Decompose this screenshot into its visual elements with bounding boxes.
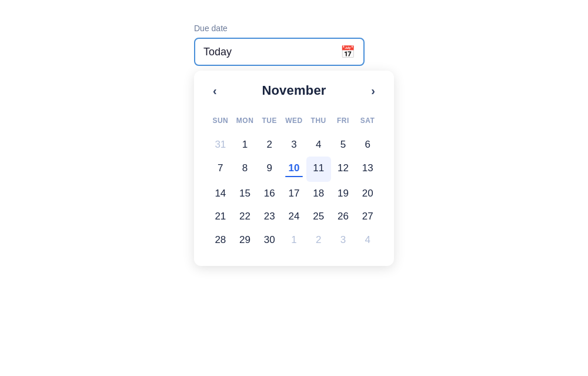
day-cell[interactable]: 2 xyxy=(257,133,282,157)
day-header-sun: SUN xyxy=(208,113,233,133)
day-cell[interactable]: 1 xyxy=(282,228,306,252)
day-cell[interactable]: 3 xyxy=(331,228,356,252)
day-cell[interactable]: 30 xyxy=(257,228,282,252)
date-input[interactable]: Today 📅 xyxy=(194,38,365,66)
day-cell[interactable]: 20 xyxy=(355,182,380,205)
day-header-wed: WED xyxy=(282,113,306,133)
day-cell[interactable]: 5 xyxy=(331,133,356,157)
day-cell[interactable]: 8 xyxy=(233,157,258,182)
day-cell[interactable]: 14 xyxy=(208,182,233,205)
due-date-label: Due date xyxy=(194,24,394,33)
day-cell[interactable]: 19 xyxy=(331,182,356,205)
day-cell[interactable]: 9 xyxy=(257,157,282,182)
day-header-tue: TUE xyxy=(257,113,282,133)
prev-month-button[interactable]: ‹ xyxy=(208,82,222,99)
day-cell[interactable]: 7 xyxy=(208,157,233,182)
day-cell[interactable]: 22 xyxy=(233,205,258,228)
next-month-button[interactable]: › xyxy=(366,82,380,99)
calendar-grid: SUN MON TUE WED THU FRI SAT 31 1 2 3 4 5… xyxy=(208,113,380,252)
day-header-fri: FRI xyxy=(331,113,356,133)
day-header-thu: THU xyxy=(306,113,331,133)
day-cell[interactable]: 16 xyxy=(257,182,282,205)
day-cell[interactable]: 3 xyxy=(282,133,306,157)
day-cell[interactable]: 15 xyxy=(233,182,258,205)
day-cell[interactable]: 25 xyxy=(306,205,331,228)
day-cell[interactable]: 28 xyxy=(208,228,233,252)
day-header-sat: SAT xyxy=(355,113,380,133)
day-cell[interactable]: 13 xyxy=(355,157,380,182)
day-cell[interactable]: 31 xyxy=(208,133,233,157)
day-cell[interactable]: 2 xyxy=(306,228,331,252)
day-cell[interactable]: 18 xyxy=(306,182,331,205)
day-cell-selected[interactable]: 10 xyxy=(282,157,306,182)
day-cell[interactable]: 27 xyxy=(355,205,380,228)
day-cell[interactable]: 4 xyxy=(306,133,331,157)
calendar-icon: 📅 xyxy=(340,45,355,59)
day-cell[interactable]: 12 xyxy=(331,157,356,182)
day-cell-hovered[interactable]: 11 xyxy=(306,157,331,182)
day-cell[interactable]: 26 xyxy=(331,205,356,228)
date-input-value: Today xyxy=(203,46,232,58)
day-cell[interactable]: 23 xyxy=(257,205,282,228)
day-cell[interactable]: 24 xyxy=(282,205,306,228)
calendar-popup: ‹ November › SUN MON TUE WED THU FRI SAT… xyxy=(194,71,394,266)
calendar-header: ‹ November › xyxy=(208,82,380,99)
day-cell[interactable]: 1 xyxy=(233,133,258,157)
day-header-mon: MON xyxy=(233,113,258,133)
day-cell[interactable]: 29 xyxy=(233,228,258,252)
month-title: November xyxy=(262,83,326,98)
day-cell[interactable]: 21 xyxy=(208,205,233,228)
day-cell[interactable]: 4 xyxy=(355,228,380,252)
day-cell[interactable]: 6 xyxy=(355,133,380,157)
datepicker-container: Due date Today 📅 ‹ November › SUN MON TU… xyxy=(194,24,394,266)
day-cell[interactable]: 17 xyxy=(282,182,306,205)
